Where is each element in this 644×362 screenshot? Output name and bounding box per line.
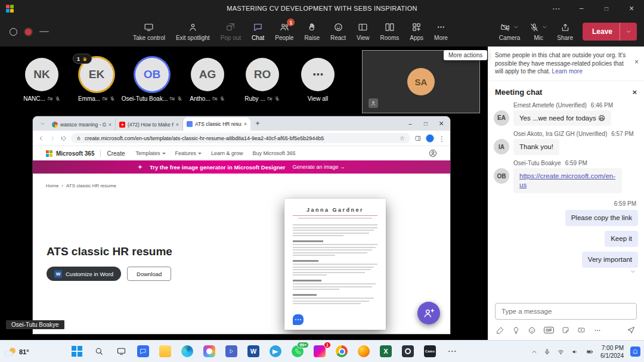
browser-profile-avatar[interactable] — [426, 134, 434, 143]
weather-widget[interactable]: 81° — [5, 341, 29, 362]
camera-button[interactable]: Camera — [499, 23, 521, 41]
lightbulb-icon[interactable] — [512, 326, 520, 335]
browser-menu-icon[interactable] — [438, 133, 445, 144]
volume-icon[interactable] — [571, 348, 579, 355]
bookmark-star-icon[interactable] — [400, 135, 405, 141]
nav-learn-grow[interactable]: Learn & grow — [211, 150, 243, 156]
browser-maximize-button[interactable] — [418, 116, 434, 131]
chat-message[interactable]: OB https://create.microsoft.com/en-us — [494, 168, 638, 193]
brand-label[interactable]: Microsoft 365 — [56, 150, 101, 157]
nav-buy[interactable]: Buy Microsoft 365 — [253, 150, 296, 156]
participant-nk[interactable]: NK NANC... — [25, 58, 58, 91]
chat-message[interactable]: IA Thank you! — [494, 139, 638, 155]
edge-icon[interactable] — [178, 342, 196, 360]
resume-preview[interactable]: Janna Gardner — [284, 199, 386, 330]
account-person-icon[interactable] — [429, 149, 437, 157]
taskbar-overflow-icon[interactable] — [443, 342, 461, 360]
teams-chat-icon[interactable] — [134, 342, 152, 360]
chat-message-sent[interactable]: Keep it — [494, 231, 638, 247]
browser-tab-2[interactable]: (472) How to Make Resume in... — [116, 119, 183, 131]
chat-button[interactable]: Chat — [246, 22, 270, 41]
word-icon[interactable] — [244, 342, 262, 360]
send-icon[interactable] — [627, 326, 636, 335]
camera-app-icon[interactable]: Cams — [421, 342, 439, 360]
browser-minimize-button[interactable] — [402, 116, 418, 131]
leave-button[interactable]: Leave — [583, 23, 637, 41]
more-options-icon[interactable] — [593, 326, 602, 335]
back-icon[interactable] — [38, 135, 45, 142]
gif-icon[interactable]: GIF — [544, 327, 554, 333]
take-control-button[interactable]: Take control — [128, 22, 171, 41]
new-tab-button[interactable] — [253, 118, 262, 129]
designer-promo-banner[interactable]: Try the free image generator in Microsof… — [33, 160, 450, 174]
browser-tab-1[interactable]: wassce meaning - Google Sea... — [48, 119, 116, 131]
download-button[interactable]: Download — [127, 267, 171, 281]
participant-ek[interactable]: 1 EK Emma... — [80, 58, 113, 91]
exit-spotlight-button[interactable]: Exit spotlight — [171, 22, 215, 41]
maximize-button[interactable] — [594, 0, 619, 17]
chat-message[interactable]: EA Yes ...we need for todays 😆 — [494, 110, 638, 126]
excel-icon[interactable] — [377, 342, 395, 360]
chat-close-icon[interactable] — [632, 88, 637, 97]
generate-image-link[interactable]: Generate an image → — [292, 164, 345, 170]
close-button[interactable] — [619, 0, 644, 17]
create-label[interactable]: Create — [107, 150, 125, 157]
tab-close-icon[interactable] — [109, 122, 112, 128]
message-list[interactable]: Ernest Ametefe (Unverified) 6:46 PM EA Y… — [488, 101, 644, 300]
tab-close-icon[interactable] — [244, 121, 247, 127]
media-app-icon[interactable] — [222, 342, 240, 360]
view-all-button[interactable]: ⋯ View all — [301, 58, 335, 91]
refresh-icon[interactable] — [60, 135, 67, 141]
side-panel-icon[interactable] — [414, 135, 422, 142]
file-explorer-icon[interactable] — [156, 342, 174, 360]
chat-widget-icon[interactable] — [293, 314, 304, 325]
notifications-icon[interactable] — [630, 346, 640, 357]
react-button[interactable]: React — [325, 22, 351, 41]
raise-hand-button[interactable]: Raise — [299, 22, 325, 41]
chrome-icon[interactable] — [333, 342, 351, 360]
video-clip-icon[interactable] — [577, 326, 586, 334]
mic-in-use-icon[interactable] — [544, 348, 550, 355]
rooms-button[interactable]: Rooms — [375, 22, 405, 41]
format-icon[interactable] — [496, 326, 504, 335]
nav-features[interactable]: Features — [175, 150, 202, 156]
chat-message-sent[interactable]: Please copy the link — [494, 210, 638, 226]
participant-ag[interactable]: AG Antho... — [191, 58, 224, 91]
tab-search-chevron-icon[interactable] — [38, 119, 47, 128]
emoji-icon[interactable] — [528, 326, 536, 335]
hidden-icons-chevron[interactable] — [531, 349, 537, 355]
message-options-chevron-icon[interactable] — [496, 269, 636, 274]
mic-chevron-icon[interactable] — [542, 24, 547, 30]
breadcrumb-home[interactable]: Home — [46, 183, 58, 188]
leave-chevron-icon[interactable] — [620, 29, 637, 35]
tab-close-icon[interactable] — [176, 122, 179, 128]
minimize-button[interactable] — [569, 0, 594, 17]
telegram-icon[interactable] — [267, 342, 284, 360]
chat-message-sent[interactable]: Very important — [494, 252, 638, 268]
nav-templates[interactable]: Templates — [135, 150, 165, 156]
invite-fab-button[interactable] — [417, 302, 440, 324]
meeting-info-icon[interactable] — [10, 28, 17, 36]
participant-ro[interactable]: RO Ruby ... — [246, 58, 279, 91]
notice-close-icon[interactable] — [634, 57, 639, 67]
photos-icon[interactable] — [200, 342, 218, 360]
battery-icon[interactable] — [586, 348, 594, 355]
obs-icon[interactable] — [399, 342, 417, 360]
taskbar-search-button[interactable] — [90, 342, 108, 360]
apps-button[interactable]: Apps — [404, 22, 429, 41]
firefox-icon[interactable] — [355, 342, 373, 360]
browser-close-button[interactable] — [434, 116, 449, 131]
more-button[interactable]: More — [429, 22, 453, 41]
shared-link[interactable]: https://create.microsoft.com/en-us — [519, 172, 615, 188]
camera-chevron-icon[interactable] — [513, 24, 519, 30]
people-button[interactable]: 1 People — [270, 22, 299, 41]
share-button[interactable]: Share — [557, 23, 573, 41]
learn-more-link[interactable]: Learn more — [552, 68, 583, 75]
taskbar-clock[interactable]: 7:00 PM 6/1/2024 — [600, 344, 624, 360]
address-bar[interactable]: create.microsoft.com/en-us/template/ats-… — [71, 133, 410, 143]
browser-tab-3-active[interactable]: ATS classic HR resume | Micro... — [183, 117, 250, 131]
view-button[interactable]: View — [351, 22, 375, 41]
gallery-icon[interactable]: 1 — [311, 342, 329, 360]
task-view-button[interactable] — [112, 342, 130, 360]
participant-ob[interactable]: OB Osei-Tutu Boak... — [135, 58, 169, 91]
